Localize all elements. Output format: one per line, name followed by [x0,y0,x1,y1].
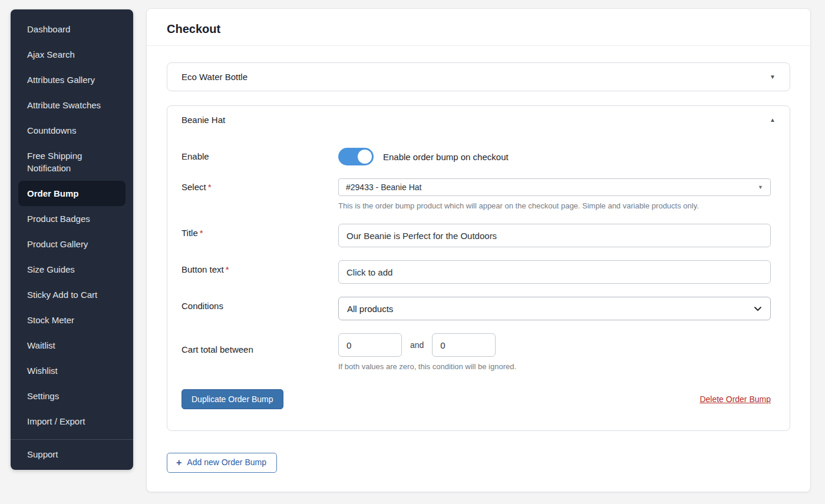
accordion-title: Beanie Hat [182,115,225,125]
button-text-row: Button text* [182,260,771,284]
required-asterisk: * [208,182,212,192]
cart-total-max-input[interactable] [432,333,496,357]
cart-total-row: Cart total between and If both values ar… [182,333,771,372]
plus-icon: + [176,459,182,467]
enable-label: Enable [182,148,338,162]
add-new-order-bump-button[interactable]: + Add new Order Bump [167,453,277,473]
product-select-value: #29433 - Beanie Hat [346,183,421,192]
enable-toggle[interactable] [338,148,374,165]
chevron-up-icon[interactable]: ▲ [770,117,776,123]
order-bump-accordion-beanie-hat: Beanie Hat ▲ Enable Enable order bump on… [167,105,790,431]
cart-total-label: Cart total between [182,333,338,355]
accordion-title: Eco Water Bottle [182,72,248,82]
chevron-down-icon[interactable]: ▼ [770,74,776,80]
sidebar-item-attributes-gallery[interactable]: Attributes Gallery [11,67,133,92]
enable-toggle-label: Enable order bump on checkout [383,152,509,162]
plugin-sidebar: Dashboard Ajax Search Attributes Gallery… [11,9,133,470]
sidebar-item-stock-meter[interactable]: Stock Meter [11,307,133,333]
sidebar-item-settings[interactable]: Settings [11,383,133,409]
enable-row: Enable Enable order bump on checkout [182,148,771,165]
card-body: Eco Water Bottle ▼ Beanie Hat ▲ Enable E… [147,46,810,473]
sidebar-item-import-export[interactable]: Import / Export [11,409,133,434]
required-asterisk: * [200,228,203,238]
title-row: Title* [182,224,771,247]
sidebar-item-support[interactable]: Support [11,440,133,467]
checkout-settings-card: Checkout Eco Water Bottle ▼ Beanie Hat ▲… [146,8,811,492]
select-product-row: Select* #29433 - Beanie Hat ▼ This is th… [182,178,771,211]
cart-total-min-input[interactable] [338,333,402,357]
title-label-text: Title [182,228,198,238]
and-label: and [410,340,424,350]
required-asterisk: * [226,264,229,274]
select-label: Select* [182,178,338,193]
cart-total-help-text: If both values are zero, this condition … [338,362,771,372]
page-title: Checkout [167,22,790,36]
order-bump-form: Enable Enable order bump on checkout Sel… [167,134,790,430]
sidebar-item-ajax-search[interactable]: Ajax Search [11,42,133,67]
duplicate-order-bump-button[interactable]: Duplicate Order Bump [182,389,283,409]
order-bump-accordion-eco-water-bottle: Eco Water Bottle ▼ [167,62,790,91]
conditions-row: Conditions All products [182,297,771,320]
select-help-text: This is the order bump product which wil… [338,201,771,211]
button-text-input[interactable] [338,260,771,284]
sidebar-item-product-badges[interactable]: Product Badges [11,206,133,231]
button-text-label-text: Button text [182,264,224,274]
sidebar-item-sticky-add-to-cart[interactable]: Sticky Add to Cart [11,282,133,307]
product-select-dropdown[interactable]: #29433 - Beanie Hat ▼ [338,178,771,196]
add-new-order-bump-label: Add new Order Bump [187,457,266,467]
conditions-select[interactable]: All products [338,297,771,320]
sidebar-item-wishlist[interactable]: Wishlist [11,358,133,383]
sidebar-item-order-bump[interactable]: Order Bump [18,181,126,206]
select-label-text: Select [182,182,206,192]
conditions-label: Conditions [182,297,338,311]
sidebar-item-product-gallery[interactable]: Product Gallery [11,231,133,257]
sidebar-item-countdowns[interactable]: Countdowns [11,118,133,143]
button-text-label: Button text* [182,260,338,275]
delete-order-bump-link[interactable]: Delete Order Bump [699,394,771,404]
sidebar-item-free-shipping-notification[interactable]: Free Shipping Notification [11,143,133,181]
title-input[interactable] [338,224,771,247]
conditions-value: All products [347,304,393,314]
sidebar-item-waitlist[interactable]: Waitlist [11,333,133,358]
enable-field: Enable order bump on checkout [338,148,771,165]
sidebar-item-size-guides[interactable]: Size Guides [11,257,133,282]
accordion-actions-row: Duplicate Order Bump Delete Order Bump [182,389,771,409]
chevron-down-icon [754,306,762,311]
title-label: Title* [182,224,338,238]
accordion-header-eco-water-bottle[interactable]: Eco Water Bottle ▼ [167,63,790,91]
sidebar-item-dashboard[interactable]: Dashboard [11,16,133,42]
card-header: Checkout [147,9,810,46]
dropdown-arrow-icon: ▼ [758,185,763,190]
accordion-header-beanie-hat[interactable]: Beanie Hat ▲ [167,106,790,134]
sidebar-item-attribute-swatches[interactable]: Attribute Swatches [11,92,133,118]
